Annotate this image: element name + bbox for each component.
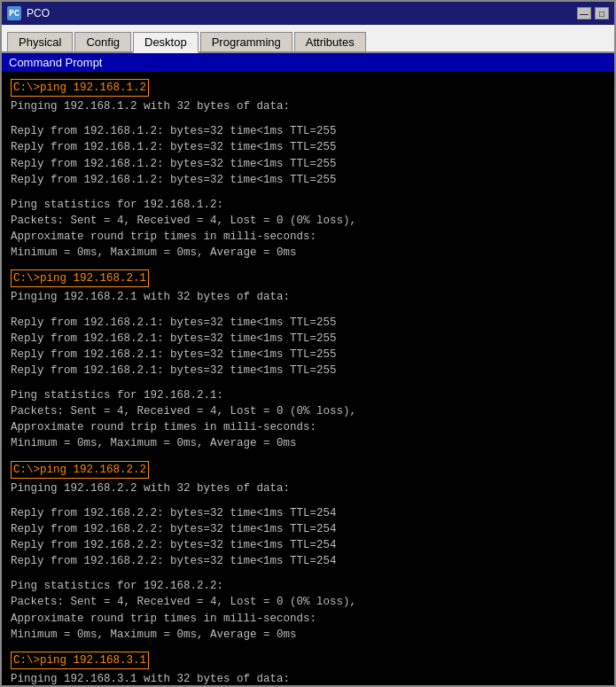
terminal-output-line: Approximate round trip times in milli-se… xyxy=(11,229,605,245)
terminal-output-line: Pinging 192.168.2.1 with 32 bytes of dat… xyxy=(11,289,605,305)
terminal-output-line: Reply from 192.168.1.2: bytes=32 time<1m… xyxy=(11,156,605,172)
maximize-button[interactable]: □ xyxy=(595,7,609,20)
terminal-output-block: Pinging 192.168.1.2 with 32 bytes of dat… xyxy=(11,98,605,114)
content-area: Command Prompt C:\>ping 192.168.1.2Pingi… xyxy=(2,53,614,685)
terminal-output-line: Pinging 192.168.3.1 with 32 bytes of dat… xyxy=(11,671,605,685)
terminal-output-block: Ping statistics for 192.168.1.2: Packets… xyxy=(11,197,605,262)
window-title: PCO xyxy=(27,7,50,20)
terminal-output-block: Ping statistics for 192.168.2.1: Packets… xyxy=(11,387,605,452)
terminal-cmd-line: C:\>ping 192.168.3.1 xyxy=(11,652,605,671)
terminal-output-line: Reply from 192.168.2.1: bytes=32 time<1m… xyxy=(11,347,605,363)
terminal-output-line: Reply from 192.168.1.2: bytes=32 time<1m… xyxy=(11,172,605,188)
terminal-output-line: Minimum = 0ms, Maximum = 0ms, Average = … xyxy=(11,435,605,451)
terminal-output-block: Reply from 192.168.2.2: bytes=32 time<1m… xyxy=(11,505,605,570)
tab-config[interactable]: Config xyxy=(74,32,131,51)
terminal-output-line: Ping statistics for 192.168.1.2: xyxy=(11,197,605,213)
tab-desktop[interactable]: Desktop xyxy=(133,32,199,53)
terminal-cmd-line: C:\>ping 192.168.1.2 xyxy=(11,79,605,98)
tab-programming[interactable]: Programming xyxy=(200,32,292,51)
terminal-output-line: Reply from 192.168.2.1: bytes=32 time<1m… xyxy=(11,315,605,331)
terminal-output-line: Pinging 192.168.1.2 with 32 bytes of dat… xyxy=(11,98,605,114)
title-controls: — □ xyxy=(577,7,609,20)
terminal-output-line: Reply from 192.168.2.2: bytes=32 time<1m… xyxy=(11,537,605,553)
terminal-output-line: Reply from 192.168.2.1: bytes=32 time<1m… xyxy=(11,331,605,347)
terminal-output-line: Reply from 192.168.2.2: bytes=32 time<1m… xyxy=(11,553,605,569)
terminal-output-block: Ping statistics for 192.168.2.2: Packets… xyxy=(11,578,605,643)
tab-bar: Physical Config Desktop Programming Attr… xyxy=(2,25,614,53)
terminal-output-line: Packets: Sent = 4, Received = 4, Lost = … xyxy=(11,594,605,610)
terminal-output-line: Packets: Sent = 4, Received = 4, Lost = … xyxy=(11,403,605,419)
terminal-output-line: Approximate round trip times in milli-se… xyxy=(11,419,605,435)
terminal-output-block: Reply from 192.168.1.2: bytes=32 time<1m… xyxy=(11,123,605,188)
tab-physical[interactable]: Physical xyxy=(7,32,73,51)
terminal-output-line: Reply from 192.168.2.2: bytes=32 time<1m… xyxy=(11,521,605,537)
cmd-title-bar: Command Prompt xyxy=(2,53,614,72)
terminal-cmd-line: C:\>ping 192.168.2.2 xyxy=(11,461,605,480)
terminal-output-line: Reply from 192.168.1.2: bytes=32 time<1m… xyxy=(11,123,605,139)
main-window: PC PCO — □ Physical Config Desktop Progr… xyxy=(0,0,616,687)
terminal-output-line: Pinging 192.168.2.2 with 32 bytes of dat… xyxy=(11,480,605,496)
terminal-output-block: Reply from 192.168.2.1: bytes=32 time<1m… xyxy=(11,315,605,379)
terminal-output-line: Reply from 192.168.1.2: bytes=32 time<1m… xyxy=(11,139,605,155)
terminal-cmd-line: C:\>ping 192.168.2.1 xyxy=(11,269,605,289)
terminal-output-block: Pinging 192.168.2.2 with 32 bytes of dat… xyxy=(11,480,605,496)
title-bar: PC PCO — □ xyxy=(2,2,614,25)
title-bar-left: PC PCO xyxy=(7,6,50,20)
terminal-output-line: Minimum = 0ms, Maximum = 0ms, Average = … xyxy=(11,627,605,643)
terminal-output-block: Pinging 192.168.3.1 with 32 bytes of dat… xyxy=(11,671,605,685)
terminal-output-line: Ping statistics for 192.168.2.1: xyxy=(11,387,605,403)
app-icon: PC xyxy=(7,6,21,20)
terminal-output-line: Ping statistics for 192.168.2.2: xyxy=(11,578,605,594)
terminal-output-line: Reply from 192.168.2.1: bytes=32 time<1m… xyxy=(11,363,605,379)
terminal-output-line: Minimum = 0ms, Maximum = 0ms, Average = … xyxy=(11,245,605,261)
tab-attributes[interactable]: Attributes xyxy=(294,32,366,51)
terminal-output-line: Packets: Sent = 4, Received = 4, Lost = … xyxy=(11,213,605,229)
terminal-output[interactable]: C:\>ping 192.168.1.2Pinging 192.168.1.2 … xyxy=(2,72,614,685)
terminal-output-line: Approximate round trip times in milli-se… xyxy=(11,611,605,627)
minimize-button[interactable]: — xyxy=(577,7,591,20)
terminal-output-line: Reply from 192.168.2.2: bytes=32 time<1m… xyxy=(11,505,605,521)
terminal-output-block: Pinging 192.168.2.1 with 32 bytes of dat… xyxy=(11,289,605,305)
